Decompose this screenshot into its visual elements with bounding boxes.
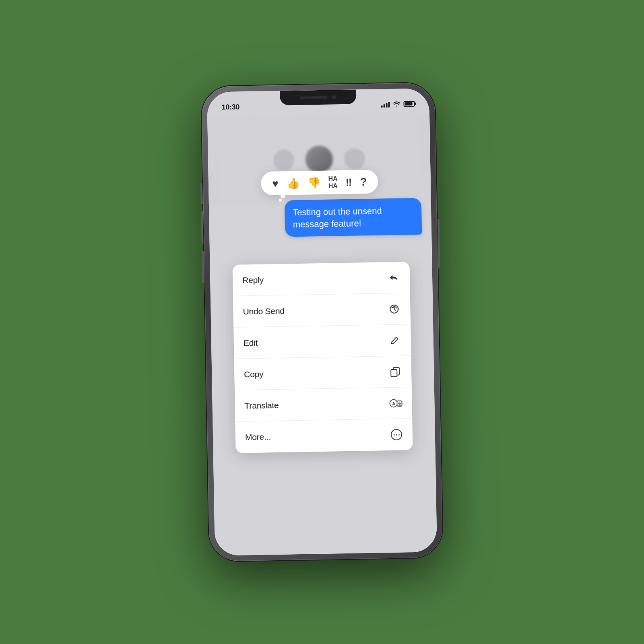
translate-icon: A 文 xyxy=(389,396,402,410)
status-time: 10:30 xyxy=(221,103,239,111)
exclaim-reaction[interactable]: ‼ xyxy=(346,177,352,187)
battery-fill xyxy=(405,102,413,105)
more-label: More... xyxy=(245,432,271,442)
reaction-bar: ♥ 👍 👎 HAHA ‼ ? xyxy=(261,170,378,196)
battery-icon xyxy=(403,101,415,107)
translate-label: Translate xyxy=(244,400,279,410)
undo-send-label: Undo Send xyxy=(243,306,285,316)
translate-menu-item[interactable]: Translate A 文 xyxy=(235,387,412,422)
speaker-grille xyxy=(300,96,327,99)
power-button[interactable] xyxy=(438,219,440,268)
edit-label: Edit xyxy=(244,338,258,348)
copy-menu-item[interactable]: Copy xyxy=(234,356,412,390)
avatar xyxy=(305,145,333,173)
reply-label: Reply xyxy=(242,275,264,285)
volume-down-button[interactable] xyxy=(201,211,203,244)
silent-switch[interactable] xyxy=(202,251,204,283)
message-bubble: Testing out the unsend message feature! xyxy=(285,198,422,237)
phone-frame: 10:30 xyxy=(201,83,443,561)
reply-menu-item[interactable]: Reply xyxy=(232,262,410,296)
message-text: Testing out the unsend message feature! xyxy=(293,206,382,229)
svg-text:A: A xyxy=(392,401,395,406)
volume-up-button[interactable] xyxy=(200,183,203,204)
question-reaction[interactable]: ? xyxy=(360,176,367,188)
chat-area: ♥ 👍 👎 HAHA ‼ ? Testing out the unsend me… xyxy=(207,88,437,555)
message-bubble-container: Testing out the unsend message feature! xyxy=(285,198,422,237)
wifi-icon xyxy=(393,101,400,107)
reply-icon xyxy=(387,271,400,284)
heart-reaction[interactable]: ♥ xyxy=(272,178,279,188)
front-camera xyxy=(332,95,336,99)
haha-reaction[interactable]: HAHA xyxy=(328,175,338,190)
more-menu-item[interactable]: More... xyxy=(235,419,413,453)
context-menu: Reply Undo Send xyxy=(232,262,413,453)
phone-screen: 10:30 xyxy=(207,88,437,555)
notch xyxy=(280,89,357,105)
undo-send-icon xyxy=(388,302,401,316)
copy-icon xyxy=(389,365,402,378)
edit-icon xyxy=(388,334,402,347)
status-icons xyxy=(381,100,415,107)
thumbs-up-reaction[interactable]: 👍 xyxy=(286,178,299,189)
svg-text:文: 文 xyxy=(398,402,402,406)
undo-send-menu-item[interactable]: Undo Send xyxy=(233,293,411,328)
copy-label: Copy xyxy=(244,369,264,379)
thumbs-down-reaction[interactable]: 👎 xyxy=(307,178,320,188)
signal-icon xyxy=(381,101,390,107)
edit-menu-item[interactable]: Edit xyxy=(233,324,411,359)
more-icon xyxy=(390,428,403,442)
svg-rect-1 xyxy=(391,369,397,376)
